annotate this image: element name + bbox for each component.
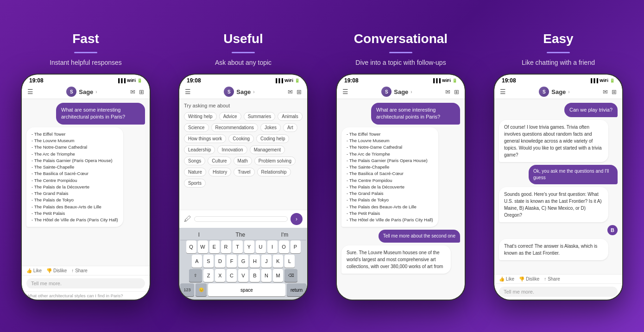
chip-travel[interactable]: Travel (234, 168, 254, 176)
conv-assistant-name[interactable]: Sage (394, 88, 408, 95)
key-o[interactable]: O (279, 240, 289, 253)
chip-history[interactable]: History (208, 168, 231, 176)
signal-icon: ▐▐▐ (274, 78, 283, 83)
key-f[interactable]: F (227, 255, 237, 268)
easy-hamburger-icon[interactable]: ☰ (500, 88, 506, 95)
chip-innovation[interactable]: Innovation (217, 145, 247, 154)
key-c[interactable]: C (227, 269, 237, 282)
fast-input-bar: Tell me more. (22, 275, 150, 291)
easy-action-row: 👍 Like 👎 Dislike ↑ Share (494, 274, 622, 283)
key-y[interactable]: Y (244, 240, 254, 253)
useful-input-field[interactable] (194, 216, 288, 222)
key-v[interactable]: V (238, 269, 248, 282)
chip-coding-help[interactable]: Coding help (256, 134, 289, 143)
chip-culture[interactable]: Culture (208, 157, 231, 165)
key-j[interactable]: J (261, 255, 271, 268)
key-r[interactable]: R (221, 240, 231, 253)
chip-sports[interactable]: Sports (184, 179, 206, 188)
easy-assistant-name[interactable]: Sage (551, 88, 566, 95)
easy-grid-icon[interactable]: ⊞ (612, 88, 617, 95)
chip-songs[interactable]: Songs (184, 157, 205, 165)
useful-mail-icon[interactable]: ✉ (288, 88, 293, 95)
key-g[interactable]: G (238, 255, 248, 268)
chip-recommendations[interactable]: Recommendations (211, 123, 258, 132)
key-emoji[interactable]: 😊 (196, 283, 207, 296)
useful-suggestions-title: Try asking me about (184, 103, 303, 108)
key-q[interactable]: Q (186, 240, 196, 253)
key-123[interactable]: 123 (180, 283, 194, 296)
key-e[interactable]: E (209, 240, 220, 253)
useful-send-btn[interactable]: › (290, 213, 303, 225)
key-p[interactable]: P (290, 240, 301, 253)
chip-leadership[interactable]: Leadership (184, 145, 215, 154)
useful-mic-icon[interactable]: 🖊 (184, 215, 191, 223)
key-d[interactable]: D (215, 255, 225, 268)
fast-like-btn[interactable]: 👍 Like (26, 268, 42, 273)
key-a[interactable]: A (192, 255, 202, 268)
easy-status-icons: ▐▐▐ WiFi 🔋 (589, 78, 615, 83)
conv-hamburger-icon[interactable]: ☰ (342, 88, 348, 95)
useful-hamburger-icon[interactable]: ☰ (185, 88, 191, 95)
easy-mail-icon[interactable]: ✉ (603, 88, 608, 95)
chip-summaries[interactable]: Summaries (244, 112, 276, 121)
key-m[interactable]: M (273, 269, 283, 282)
key-h[interactable]: H (250, 255, 260, 268)
easy-dislike-btn[interactable]: 👎 Dislike (519, 276, 539, 282)
useful-grid-icon[interactable]: ⊞ (297, 88, 302, 95)
fast-mail-icon[interactable]: ✉ (130, 88, 135, 95)
fast-avatar: S (66, 87, 76, 97)
chip-cooking[interactable]: Cooking (228, 134, 254, 143)
easy-share-btn[interactable]: ↑ Share (544, 276, 560, 282)
key-space[interactable]: space (208, 283, 285, 296)
easy-like-btn[interactable]: 👍 Like (499, 276, 514, 282)
key-shift[interactable]: ⇧ (189, 269, 202, 282)
chip-math[interactable]: Math (234, 157, 252, 165)
chip-relationship[interactable]: Relationship (257, 168, 291, 176)
fast-input-field[interactable]: Tell me more. (26, 278, 145, 288)
easy-input-field[interactable]: Tell me more. (499, 287, 618, 297)
useful-status-bar: 19:08 ▐▐▐ WiFi 🔋 (179, 75, 307, 85)
fast-hamburger-icon[interactable]: ☰ (27, 88, 33, 95)
useful-assistant-name[interactable]: Sage (236, 88, 251, 95)
fast-status-bar: 19:08 ▐▐▐ WiFi 🔋 (22, 75, 150, 85)
kbd-suggest-the[interactable]: The (236, 232, 246, 238)
key-return[interactable]: return (287, 283, 306, 296)
chip-science[interactable]: Science (184, 123, 209, 132)
key-i[interactable]: I (267, 240, 278, 253)
conv-status-bar: 19:08 ▐▐▐ WiFi 🔋 (337, 75, 465, 85)
chip-animals[interactable]: Animals (278, 112, 303, 121)
key-k[interactable]: K (273, 255, 283, 268)
easy-title: Easy (543, 31, 573, 46)
useful-key-row-3: ⇧ZXCVBNM⌫ (180, 269, 306, 282)
kbd-suggest-im[interactable]: I'm (281, 232, 289, 238)
chip-how-things-work[interactable]: How things work (184, 134, 226, 143)
conv-mail-icon[interactable]: ✉ (445, 88, 450, 95)
easy-phone-frame: 19:08 ▐▐▐ WiFi 🔋 ☰ S Sage › (493, 74, 623, 301)
key-z[interactable]: Z (203, 269, 214, 282)
kbd-suggest-i[interactable]: I (198, 232, 200, 238)
chip-art[interactable]: Art (283, 123, 297, 132)
key-w[interactable]: W (198, 240, 208, 253)
fast-dislike-btn[interactable]: 👎 Dislike (46, 268, 67, 273)
chip-problem-solving[interactable]: Problem solving (254, 157, 296, 165)
key-s[interactable]: S (203, 255, 214, 268)
key-l[interactable]: L (284, 255, 295, 268)
fast-assistant-name[interactable]: Sage (79, 88, 93, 95)
fast-grid-icon[interactable]: ⊞ (139, 88, 144, 95)
fast-share-btn[interactable]: ↑ Share (71, 268, 87, 273)
fast-nav-icons: ✉ ⊞ (130, 88, 144, 95)
chip-nature[interactable]: Nature (184, 168, 206, 176)
chip-management[interactable]: Management (250, 145, 285, 154)
battery-icon: 🔋 (137, 78, 142, 83)
chip-jokes[interactable]: Jokes (260, 123, 281, 132)
key-x[interactable]: X (215, 269, 225, 282)
key-backspace[interactable]: ⌫ (284, 269, 297, 282)
fast-suggestion[interactable]: What other architectural styles can I fi… (22, 291, 150, 300)
conv-grid-icon[interactable]: ⊞ (454, 88, 459, 95)
key-b[interactable]: B (250, 269, 260, 282)
chip-writing-help[interactable]: Writing help (184, 112, 217, 121)
key-u[interactable]: U (256, 240, 266, 253)
key-n[interactable]: N (261, 269, 271, 282)
chip-advice[interactable]: Advice (219, 112, 241, 121)
key-t[interactable]: T (233, 240, 243, 253)
